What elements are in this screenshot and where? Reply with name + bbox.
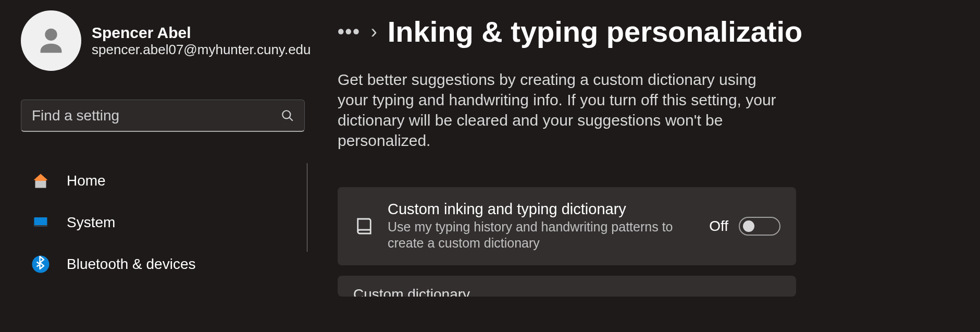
toggle-knob <box>743 220 754 232</box>
breadcrumb-more-icon[interactable]: ••• <box>338 21 361 43</box>
setting-custom-dictionary-section[interactable]: Custom dictionary <box>338 276 796 297</box>
svg-point-1 <box>282 110 290 118</box>
main-content: ••• › Inking & typing personalizatio Get… <box>307 0 980 332</box>
breadcrumb: ••• › Inking & typing personalizatio <box>338 15 980 48</box>
user-name: Spencer Abel <box>92 24 311 42</box>
sidebar-item-label: Home <box>67 173 106 189</box>
chevron-right-icon: › <box>371 21 377 43</box>
setting-text: Custom inking and typing dictionary Use … <box>388 201 697 252</box>
search-icon <box>281 109 294 122</box>
setting-custom-dictionary: Custom inking and typing dictionary Use … <box>338 187 796 265</box>
search-input[interactable] <box>21 100 305 132</box>
svg-point-0 <box>45 29 57 41</box>
search-container <box>21 100 305 132</box>
user-profile[interactable]: Spencer Abel spencer.abel07@myhunter.cun… <box>21 10 307 71</box>
sidebar-item-system[interactable]: System <box>21 205 297 240</box>
avatar <box>21 10 81 71</box>
sidebar-item-home[interactable]: Home <box>21 163 297 199</box>
setting-subtitle: Use my typing history and handwriting pa… <box>388 219 697 252</box>
user-email: spencer.abel07@myhunter.cuny.edu <box>92 42 311 58</box>
user-info: Spencer Abel spencer.abel07@myhunter.cun… <box>92 24 311 58</box>
nav-separator <box>307 163 307 252</box>
page-title: Inking & typing personalizatio <box>388 15 803 48</box>
svg-rect-4 <box>34 225 47 227</box>
nav-list: Home System Bluetooth & devices <box>21 163 307 288</box>
system-icon <box>31 213 50 232</box>
bluetooth-icon <box>31 255 50 274</box>
setting-title: Custom inking and typing dictionary <box>388 201 697 218</box>
second-card-title: Custom dictionary <box>338 276 796 297</box>
svg-rect-3 <box>34 217 47 227</box>
toggle-state-label: Off <box>709 218 728 235</box>
toggle-custom-dictionary[interactable] <box>739 217 780 236</box>
dictionary-icon <box>353 215 375 237</box>
sidebar-item-label: Bluetooth & devices <box>67 256 196 273</box>
svg-point-5 <box>32 256 49 273</box>
page-description: Get better suggestions by creating a cus… <box>338 69 780 151</box>
sidebar-item-bluetooth[interactable]: Bluetooth & devices <box>21 247 297 282</box>
sidebar-item-label: System <box>67 214 115 231</box>
sidebar: Spencer Abel spencer.abel07@myhunter.cun… <box>0 0 307 332</box>
svg-line-2 <box>289 117 293 121</box>
toggle-section: Off <box>709 217 780 236</box>
person-icon <box>33 22 69 59</box>
home-icon <box>31 171 50 190</box>
